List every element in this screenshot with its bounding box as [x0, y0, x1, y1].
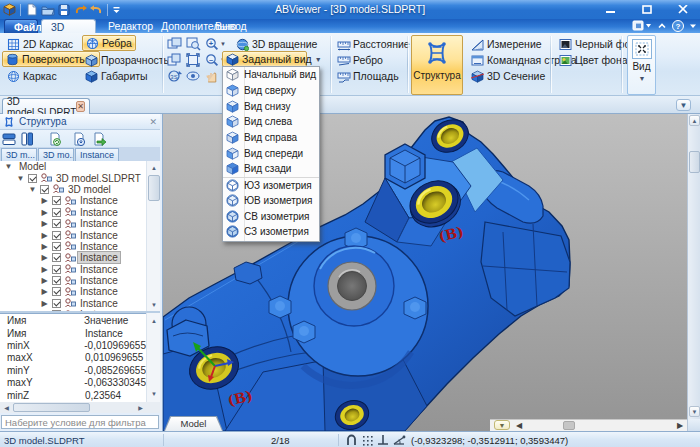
checkbox-checked[interactable] — [52, 253, 61, 262]
tree-vertical-scrollbar[interactable]: ▲ ▼ — [146, 161, 160, 311]
app-icon[interactable] — [2, 3, 16, 17]
copy-view-icon[interactable] — [167, 53, 182, 67]
menu-item[interactable]: Вид сверху — [223, 83, 319, 99]
button-named-view[interactable]: Заданный вид ▼ — [222, 51, 307, 67]
column-header-value[interactable]: Значение — [84, 315, 128, 326]
checkbox-checked[interactable] — [52, 287, 61, 296]
viewport-vertical-scrollbar[interactable]: ▲ ▼ — [687, 114, 700, 419]
expand-icon[interactable]: ▶ — [40, 276, 49, 285]
scrollbar-thumb[interactable] — [148, 175, 160, 201]
checkbox-checked[interactable] — [52, 208, 61, 217]
menu-item[interactable]: Вид спереди — [223, 145, 319, 161]
import-document-icon[interactable] — [72, 132, 86, 146]
tree-node-instance[interactable]: ▶ Instance — [0, 241, 146, 252]
expand-icon[interactable]: ▶ — [40, 265, 49, 274]
quick-access-more-icon[interactable] — [112, 3, 120, 17]
zoom-in-icon[interactable]: + — [205, 37, 220, 51]
tree-node-instance[interactable]: ▶ Instance — [0, 286, 146, 297]
expand-icon[interactable]: ▶ — [40, 299, 49, 308]
angle-icon[interactable] — [392, 434, 405, 446]
button-dimensions[interactable]: Габариты — [82, 68, 151, 84]
tree-node-instance[interactable]: ▶ Instance — [0, 229, 146, 240]
property-row[interactable]: maxX 0,010969655 — [0, 352, 146, 364]
property-row[interactable]: minZ 0,23564 — [0, 389, 146, 401]
help-icon[interactable]: ? — [672, 20, 684, 32]
scroll-down-icon[interactable]: ▼ — [689, 406, 700, 417]
checkbox-checked[interactable] — [52, 196, 61, 205]
tab-file[interactable]: Файл — [4, 19, 38, 33]
scroll-left-icon[interactable]: ◀ — [513, 421, 525, 430]
tab-3d-view[interactable]: 3D Просмотр — [41, 19, 96, 33]
snap-icon[interactable] — [345, 434, 358, 446]
tree-node-instance[interactable]: ▶ Instance — [0, 298, 146, 309]
checkbox-checked[interactable] — [40, 185, 49, 194]
document-tab-close-icon[interactable]: ✕ — [76, 101, 85, 112]
tree-node-instance[interactable]: ▶ Instance — [0, 195, 146, 206]
property-row[interactable]: minX -0,010969655 — [0, 339, 146, 351]
scrollbar-thumb[interactable] — [689, 151, 700, 173]
tree-node-sldprt[interactable]: ▼ 3D model.SLDPRT — [0, 172, 146, 183]
button-3d-rotation[interactable]: 3D вращение — [233, 36, 320, 52]
collapse-icon[interactable]: ▼ — [28, 185, 37, 194]
scroll-down-icon[interactable]: ▼ — [148, 388, 160, 399]
tree-node-instance[interactable]: ▶ Instance — [0, 264, 146, 275]
save-icon[interactable] — [57, 3, 71, 17]
expand-icon[interactable]: ▶ — [40, 208, 49, 217]
chevron-up-icon[interactable] — [657, 21, 667, 31]
expand-icon[interactable]: ▶ — [40, 287, 49, 296]
menu-item[interactable]: Начальный вид — [223, 67, 319, 83]
split-horizontal-icon[interactable] — [2, 132, 16, 146]
scroll-up-icon[interactable]: ▲ — [689, 115, 700, 126]
tree-node-instance[interactable]: ▶ Instance — [0, 275, 146, 286]
sheet-list-chevron-icon[interactable]: ▼ — [494, 420, 510, 430]
menu-item[interactable]: ЮВ изометрия — [223, 193, 319, 209]
collapse-icon[interactable]: ▼ — [4, 162, 13, 171]
expand-icon[interactable]: ▶ — [40, 242, 49, 251]
checkbox-checked[interactable] — [52, 265, 61, 274]
property-row[interactable]: Имя Instance — [0, 327, 146, 339]
scrollbar-thumb[interactable] — [13, 403, 90, 412]
expand-icon[interactable]: ▶ — [40, 231, 49, 240]
scroll-right-icon[interactable]: ▶ — [135, 403, 146, 412]
scroll-up-icon[interactable]: ▲ — [148, 315, 160, 326]
pan-window-icon[interactable] — [167, 37, 182, 51]
tab-output[interactable]: Вывод — [206, 19, 256, 33]
checkbox-checked[interactable] — [52, 276, 61, 285]
button-area[interactable]: Площадь — [334, 68, 402, 84]
tree-node-model[interactable]: ▼ Model — [0, 161, 146, 172]
split-vertical-icon[interactable] — [20, 132, 34, 146]
open-icon[interactable] — [41, 3, 55, 17]
grid-icon[interactable] — [361, 434, 374, 446]
zoom-extents-icon[interactable] — [186, 53, 201, 67]
undo-icon[interactable] — [73, 3, 87, 17]
select-window-icon[interactable] — [186, 37, 201, 51]
redo-icon[interactable] — [89, 3, 103, 17]
button-structure[interactable]: Структура — [411, 35, 463, 95]
expand-icon[interactable]: ▶ — [40, 196, 49, 205]
scrollbar-thumb[interactable] — [563, 421, 575, 430]
chevron-down-icon[interactable] — [689, 22, 697, 30]
menu-item[interactable]: СЗ изометрия — [223, 224, 319, 240]
tree-node-instance[interactable]: ▶ Instance — [0, 252, 146, 263]
filter-tab-1[interactable]: 3D m... — [1, 148, 37, 161]
tree-node-instance[interactable]: ▶ Instance — [0, 207, 146, 218]
button-edge[interactable]: Ребро — [334, 52, 386, 68]
checkbox-checked[interactable] — [52, 299, 61, 308]
minimize-button[interactable] — [597, 2, 624, 16]
button-view[interactable]: Вид ▼ — [627, 35, 656, 95]
property-row[interactable]: maxY -0,063330345 — [0, 377, 146, 389]
filter-input[interactable]: Наберите условие для фильтра — [1, 415, 159, 429]
expand-icon[interactable]: ▶ — [40, 253, 49, 262]
checkbox-checked[interactable] — [28, 174, 37, 183]
pan-hand-icon[interactable] — [205, 69, 220, 83]
document-tab[interactable]: 3D model.SLDPRT ✕ — [2, 98, 90, 114]
new-document-icon[interactable] — [25, 3, 39, 17]
tree-node-instance[interactable]: ▶ Instance — [0, 218, 146, 229]
refresh-document-icon[interactable] — [48, 132, 62, 146]
menu-item[interactable]: Вид слева — [223, 114, 319, 130]
maximize-button[interactable] — [633, 2, 660, 16]
scroll-left-icon[interactable]: ◀ — [1, 403, 12, 412]
column-header-name[interactable]: Имя — [0, 315, 84, 326]
menu-item[interactable]: ЮЗ изометрия — [223, 177, 319, 193]
filter-tab-2[interactable]: 3D mo... — [38, 148, 74, 161]
